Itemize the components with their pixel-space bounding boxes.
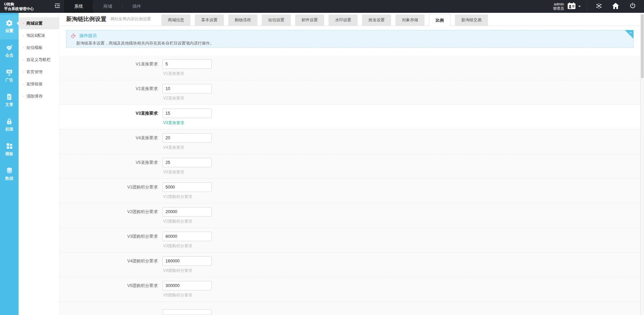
field-input[interactable] bbox=[162, 109, 212, 118]
settings-tab-label: 对象存储 bbox=[402, 18, 418, 22]
field-wrap: V5团购积分要求 bbox=[162, 281, 212, 302]
settings-tabs: 商城信息 基本设置 购物流程 短信设置 邮件设置 水印设置 推送设置 对象存储 … bbox=[157, 14, 488, 26]
settings-tab[interactable]: 比例 bbox=[429, 14, 450, 26]
sidebar-module-item[interactable]: 数据 bbox=[0, 163, 19, 187]
topbar: U抢购 平台系统管理中心 系统 商城 插件 admin 管理员 bbox=[0, 0, 644, 13]
field-input[interactable] bbox=[162, 232, 212, 241]
logout-button[interactable] bbox=[626, 0, 639, 13]
submenu-item[interactable]: 首页管理 bbox=[19, 66, 59, 78]
field-wrap: V4直推要求 bbox=[162, 133, 212, 154]
field-label: V5团购积分要求 bbox=[59, 281, 162, 302]
field-wrap: V2直推要求 bbox=[162, 84, 212, 105]
field-input[interactable] bbox=[162, 281, 212, 290]
field-wrap: V1团购积分要求 bbox=[162, 182, 212, 203]
home-button[interactable] bbox=[610, 0, 622, 13]
topbar-divider bbox=[587, 2, 587, 10]
field-label bbox=[59, 309, 162, 315]
settings-tab-label: 新淘链交易 bbox=[461, 18, 482, 22]
sidebar-module-item[interactable]: 权限 bbox=[0, 113, 19, 138]
form-row: V4直推要求 V4直推要求 bbox=[59, 130, 640, 154]
field-input[interactable] bbox=[162, 59, 212, 69]
topnav-item-label: 商城 bbox=[103, 4, 112, 9]
field-input[interactable] bbox=[162, 256, 212, 266]
shortcuts-button[interactable] bbox=[593, 0, 605, 13]
settings-tab[interactable]: 基本设置 bbox=[195, 15, 224, 26]
field-input[interactable] bbox=[162, 207, 212, 217]
settings-tab[interactable]: 新淘链交易 bbox=[455, 15, 488, 26]
field-input[interactable] bbox=[162, 182, 212, 192]
field-helper-text: V2团购积分要求 bbox=[162, 219, 212, 224]
settings-tab[interactable]: 邮件设置 bbox=[295, 15, 324, 26]
tip-title: 操作提示 bbox=[79, 33, 97, 39]
id-card-icon bbox=[567, 2, 576, 11]
submenu-item[interactable]: 清除缓存 bbox=[19, 90, 59, 102]
share-nodes-icon bbox=[595, 2, 602, 11]
user-info: admin 管理员 bbox=[553, 2, 564, 11]
settings-tab-label: 短信设置 bbox=[268, 18, 284, 22]
sidebar-module-item[interactable]: 设置 bbox=[0, 15, 19, 39]
topnav-item[interactable]: 商城 bbox=[93, 0, 122, 13]
user-menu-button[interactable] bbox=[567, 2, 581, 11]
tip-body-row: ·新淘链基本设置，商城及其他模块相关内容在其各自栏目设置项内进行操作。 bbox=[71, 40, 629, 46]
app-logo: U抢购 平台系统管理中心 bbox=[0, 0, 51, 13]
field-wrap: V2团购积分要求 bbox=[162, 207, 212, 228]
submenu-item-label: 地区&配送 bbox=[26, 33, 45, 38]
sidebar-module-label: 数据 bbox=[0, 176, 19, 181]
sidebar-module-label: 会员 bbox=[0, 53, 19, 58]
form-row: V4团购积分要求 V4团购积分要求 bbox=[59, 253, 640, 277]
sidebar-collapse-button[interactable] bbox=[51, 0, 64, 13]
submenu-item-label: 短信模板 bbox=[26, 45, 43, 50]
field-input[interactable] bbox=[162, 158, 212, 167]
field-helper-text: V4团购积分要求 bbox=[162, 268, 212, 274]
field-helper-text: V3团购积分要求 bbox=[162, 243, 212, 249]
field-helper-text: V5团购积分要求 bbox=[162, 292, 212, 298]
submenu-item[interactable]: 商城设置 bbox=[19, 17, 59, 29]
primary-sidebar: 设置 会员 AD 广告 文章 权限 模板 bbox=[0, 13, 19, 315]
scrollbar-thumb[interactable] bbox=[641, 14, 644, 78]
tip-bullet: · bbox=[73, 41, 74, 45]
submenu-item[interactable]: 友情链接 bbox=[19, 78, 59, 90]
submenu-item-label: 商城设置 bbox=[26, 21, 43, 26]
user-role: 管理员 bbox=[553, 6, 564, 11]
field-helper-text: V1团购积分要求 bbox=[162, 194, 212, 200]
page-subtitle: 网站全局内容比例设置 bbox=[110, 16, 151, 26]
tip-collapse-icon[interactable]: − bbox=[629, 30, 632, 35]
field-input[interactable] bbox=[162, 84, 212, 93]
sidebar-module-item[interactable]: 模板 bbox=[0, 138, 19, 163]
field-wrap: V4团购积分要求 bbox=[162, 256, 212, 277]
field-input[interactable] bbox=[162, 133, 212, 143]
sidebar-module-item[interactable]: 会员 bbox=[0, 39, 19, 64]
menu-fold-icon bbox=[54, 3, 60, 10]
topnav-item[interactable]: 系统 bbox=[64, 0, 93, 13]
submenu-item[interactable]: 短信模板 bbox=[19, 41, 59, 54]
gear-icon bbox=[0, 19, 19, 27]
sidebar-module-item[interactable]: 文章 bbox=[0, 89, 19, 113]
field-label: V3直推要求 bbox=[59, 109, 162, 129]
field-input[interactable] bbox=[162, 309, 212, 315]
submenu-item[interactable]: 地区&配送 bbox=[19, 29, 59, 41]
chevron-down-icon bbox=[578, 6, 581, 8]
submenu-item[interactable]: 自定义导航栏 bbox=[19, 54, 59, 66]
sidebar-module-label: 权限 bbox=[0, 126, 19, 132]
admin-screen: U抢购 平台系统管理中心 系统 商城 插件 admin 管理员 bbox=[0, 0, 644, 315]
topbar-right: admin 管理员 bbox=[553, 0, 644, 13]
sidebar-module-item[interactable]: AD 广告 bbox=[0, 64, 19, 89]
field-label: V4直推要求 bbox=[59, 133, 162, 154]
main-panel: 新淘链比例设置 网站全局内容比例设置 商城信息 基本设置 购物流程 短信设置 邮… bbox=[59, 13, 640, 315]
topnav-item[interactable]: 插件 bbox=[122, 0, 151, 13]
settings-tab[interactable]: 推送设置 bbox=[362, 15, 391, 26]
settings-tab[interactable]: 商城信息 bbox=[161, 15, 190, 26]
settings-tab[interactable]: 水印设置 bbox=[329, 15, 358, 26]
database-icon bbox=[0, 167, 19, 175]
field-wrap: V3直推要求 bbox=[162, 109, 212, 129]
settings-tab-label: 邮件设置 bbox=[302, 18, 318, 22]
form-row-partial bbox=[59, 302, 640, 315]
settings-tab[interactable]: 短信设置 bbox=[262, 15, 291, 26]
page-header: 新淘链比例设置 网站全局内容比例设置 商城信息 基本设置 购物流程 短信设置 邮… bbox=[59, 13, 640, 26]
settings-tab-label: 水印设置 bbox=[335, 18, 351, 22]
field-label: V1直推要求 bbox=[59, 59, 162, 80]
form-row: V2直推要求 V2直推要求 bbox=[59, 80, 640, 105]
settings-tab[interactable]: 购物流程 bbox=[228, 15, 257, 26]
field-helper-text: V2直推要求 bbox=[162, 95, 212, 101]
settings-tab[interactable]: 对象存储 bbox=[395, 15, 424, 26]
